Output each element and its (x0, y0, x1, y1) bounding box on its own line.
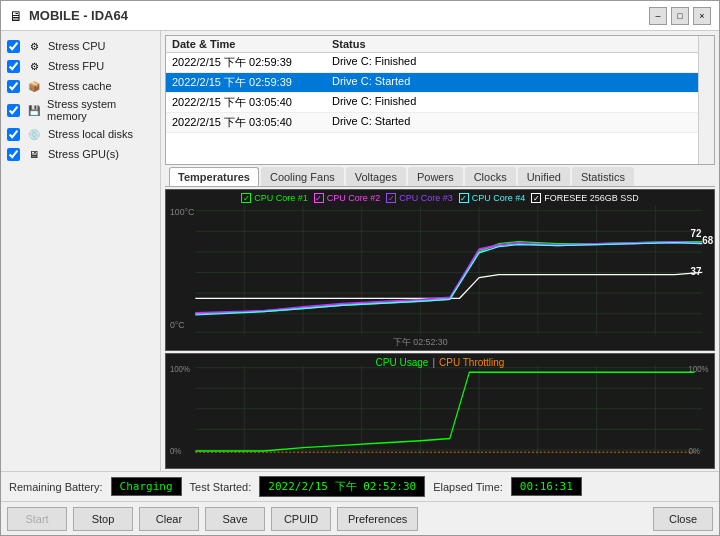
log-date-0: 2022/2/15 下午 02:59:39 (172, 55, 332, 70)
gpu-icon: 🖥 (24, 146, 44, 162)
svg-text:68: 68 (702, 234, 713, 245)
elapsed-value: 00:16:31 (511, 477, 582, 496)
legend-ssd-label: FORESEE 256GB SSD (544, 193, 639, 203)
main-content: ⚙ Stress CPU ⚙ Stress FPU 📦 Stress cache… (1, 31, 719, 471)
legend-cpu4: ✓ CPU Core #4 (459, 193, 526, 203)
start-button[interactable]: Start (7, 507, 67, 531)
test-started-value: 2022/2/15 下午 02:52:30 (259, 476, 425, 497)
log-status-3: Drive C: Started (332, 115, 708, 130)
log-date-2: 2022/2/15 下午 03:05:40 (172, 95, 332, 110)
app-logo: 🖥 (9, 8, 23, 24)
svg-text:下午 02:52:30: 下午 02:52:30 (393, 336, 447, 346)
titlebar-controls: – □ × (649, 7, 711, 25)
log-area: Date & Time Status 2022/2/15 下午 02:59:39… (165, 35, 715, 165)
legend-cpu1: ✓ CPU Core #1 (241, 193, 308, 203)
legend-ssd: ✓ FORESEE 256GB SSD (531, 193, 639, 203)
svg-text:100%: 100% (170, 364, 190, 375)
log-date-3: 2022/2/15 下午 03:05:40 (172, 115, 332, 130)
button-bar: Start Stop Clear Save CPUID Preferences … (1, 501, 719, 535)
titlebar-left: 🖥 MOBILE - IDA64 (9, 8, 128, 24)
battery-label: Remaining Battery: (9, 481, 103, 493)
legend-cpu3: ✓ CPU Core #3 (386, 193, 453, 203)
log-row[interactable]: 2022/2/15 下午 02:59:39 Drive C: Finished (166, 53, 714, 73)
memory-icon: 💾 (24, 102, 43, 118)
legend-cpu1-label: CPU Core #1 (254, 193, 308, 203)
log-row[interactable]: 2022/2/15 下午 03:05:40 Drive C: Started (166, 113, 714, 133)
stress-memory-checkbox[interactable] (7, 104, 20, 117)
left-panel: ⚙ Stress CPU ⚙ Stress FPU 📦 Stress cache… (1, 31, 161, 471)
legend-cpu4-label: CPU Core #4 (472, 193, 526, 203)
fpu-icon: ⚙ (24, 58, 44, 74)
stress-gpu-label: Stress GPU(s) (48, 148, 119, 160)
tab-voltages[interactable]: Voltages (346, 167, 406, 186)
right-panel: Date & Time Status 2022/2/15 下午 02:59:39… (161, 31, 719, 471)
stop-button[interactable]: Stop (73, 507, 133, 531)
log-scrollbar[interactable] (698, 36, 714, 164)
stress-disks-label: Stress local disks (48, 128, 133, 140)
window-title: MOBILE - IDA64 (29, 8, 128, 23)
legend-cpu3-label: CPU Core #3 (399, 193, 453, 203)
charts-area: 100°C 0°C 72 68 37 (161, 187, 719, 471)
maximize-button[interactable]: □ (671, 7, 689, 25)
stress-cpu-label: Stress CPU (48, 40, 105, 52)
close-button[interactable]: × (693, 7, 711, 25)
stress-item-cpu: ⚙ Stress CPU (5, 37, 156, 55)
stress-item-memory: 💾 Stress system memory (5, 97, 156, 123)
cpu-usage-chart-svg: 100% 0% 100% 0% (166, 354, 714, 468)
temperature-chart-svg: 100°C 0°C 72 68 37 (166, 190, 714, 350)
tabs-bar: Temperatures Cooling Fans Voltages Power… (165, 167, 715, 187)
log-row[interactable]: 2022/2/15 下午 03:05:40 Drive C: Finished (166, 93, 714, 113)
stress-gpu-checkbox[interactable] (7, 148, 20, 161)
main-window: 🖥 MOBILE - IDA64 – □ × ⚙ Stress CPU ⚙ St… (0, 0, 720, 536)
stress-item-disks: 💿 Stress local disks (5, 125, 156, 143)
clear-button[interactable]: Clear (139, 507, 199, 531)
svg-rect-0 (166, 190, 714, 350)
legend-cpu2-label: CPU Core #2 (327, 193, 381, 203)
chart-legend: ✓ CPU Core #1 ✓ CPU Core #2 (166, 193, 714, 203)
stress-item-gpu: 🖥 Stress GPU(s) (5, 145, 156, 163)
minimize-button[interactable]: – (649, 7, 667, 25)
log-header: Date & Time Status (166, 36, 714, 53)
log-status-1: Drive C: Started (332, 75, 708, 90)
stress-cache-label: Stress cache (48, 80, 112, 92)
svg-text:0°C: 0°C (170, 320, 185, 330)
status-bar: Remaining Battery: Charging Test Started… (1, 471, 719, 501)
titlebar: 🖥 MOBILE - IDA64 – □ × (1, 1, 719, 31)
save-button[interactable]: Save (205, 507, 265, 531)
battery-value: Charging (111, 477, 182, 496)
svg-text:37: 37 (691, 265, 702, 276)
elapsed-label: Elapsed Time: (433, 481, 503, 493)
preferences-button[interactable]: Preferences (337, 507, 418, 531)
tab-temperatures[interactable]: Temperatures (169, 167, 259, 186)
disks-icon: 💿 (24, 126, 44, 142)
stress-fpu-label: Stress FPU (48, 60, 104, 72)
close-button[interactable]: Close (653, 507, 713, 531)
cpu-icon: ⚙ (24, 38, 44, 54)
tab-clocks[interactable]: Clocks (465, 167, 516, 186)
cpuid-button[interactable]: CPUID (271, 507, 331, 531)
tab-unified[interactable]: Unified (518, 167, 570, 186)
log-date-header: Date & Time (172, 38, 332, 50)
stress-cache-checkbox[interactable] (7, 80, 20, 93)
cpu-throttling-label: CPU Throttling (439, 357, 504, 368)
svg-text:100°C: 100°C (170, 207, 195, 217)
log-date-1: 2022/2/15 下午 02:59:39 (172, 75, 332, 90)
stress-fpu-checkbox[interactable] (7, 60, 20, 73)
log-status-2: Drive C: Finished (332, 95, 708, 110)
log-row[interactable]: 2022/2/15 下午 02:59:39 Drive C: Started (166, 73, 714, 93)
stress-disks-checkbox[interactable] (7, 128, 20, 141)
stress-cpu-checkbox[interactable] (7, 40, 20, 53)
log-status-0: Drive C: Finished (332, 55, 708, 70)
stress-item-cache: 📦 Stress cache (5, 77, 156, 95)
stress-item-fpu: ⚙ Stress FPU (5, 57, 156, 75)
cpu-chart-title: CPU Usage | CPU Throttling (376, 357, 505, 368)
cpu-usage-label: CPU Usage (376, 357, 429, 368)
tab-statistics[interactable]: Statistics (572, 167, 634, 186)
separator: | (432, 357, 435, 368)
stress-memory-label: Stress system memory (47, 98, 154, 122)
tab-cooling-fans[interactable]: Cooling Fans (261, 167, 344, 186)
tab-powers[interactable]: Powers (408, 167, 463, 186)
legend-cpu2: ✓ CPU Core #2 (314, 193, 381, 203)
log-rows[interactable]: 2022/2/15 下午 02:59:39 Drive C: Finished … (166, 53, 714, 159)
cache-icon: 📦 (24, 78, 44, 94)
